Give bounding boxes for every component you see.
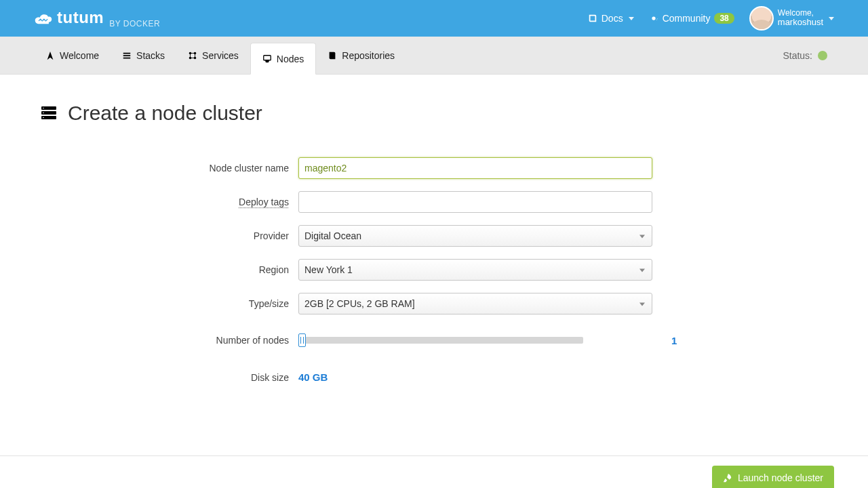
svg-point-9 (43, 113, 44, 114)
caret-down-icon (629, 17, 634, 20)
tab-repositories[interactable]: Repositories (316, 37, 406, 74)
stacks-icon (122, 51, 132, 60)
launch-button[interactable]: Launch node cluster (712, 466, 834, 489)
repo-icon (328, 51, 337, 60)
status-label: Status: (783, 50, 812, 61)
book-icon (588, 14, 597, 23)
svg-rect-4 (264, 55, 271, 60)
svg-point-8 (43, 108, 44, 109)
nodes-value: 1 (671, 335, 677, 346)
tab-label: Welcome (60, 50, 99, 61)
tab-label: Nodes (277, 54, 304, 64)
docs-menu[interactable]: Docs (588, 13, 634, 24)
region-value: New York 1 (304, 264, 353, 275)
tab-label: Stacks (136, 50, 165, 61)
tab-label: Repositories (342, 50, 395, 61)
top-bar: tutum BY DOCKER Docs Community 38 Welcom… (0, 0, 868, 37)
cloud-icon (34, 12, 53, 24)
main-tabs: Welcome Stacks Services Nodes Repositori… (0, 37, 868, 75)
user-menu[interactable]: Welcome, markoshust (749, 6, 834, 30)
tab-nodes[interactable]: Nodes (250, 43, 316, 75)
region-label: Region (163, 264, 298, 275)
rocket-icon (723, 473, 732, 483)
tab-services[interactable]: Services (176, 37, 250, 74)
name-label: Node cluster name (163, 163, 298, 174)
form: Node cluster name Deploy tags Provider D… (163, 157, 827, 384)
nodes-label: Number of nodes (163, 335, 298, 346)
provider-label: Provider (163, 230, 298, 241)
username: markoshust (778, 18, 823, 27)
content: Create a node cluster Node cluster name … (0, 75, 868, 455)
footer: Launch node cluster (0, 455, 868, 488)
slider-handle[interactable] (298, 333, 306, 347)
server-icon (41, 106, 57, 121)
compass-icon (45, 51, 55, 60)
deploy-tags-input[interactable] (298, 191, 652, 213)
docs-label: Docs (601, 13, 623, 24)
slider-track (298, 337, 583, 344)
services-icon (188, 51, 197, 60)
page-title: Create a node cluster (41, 102, 827, 125)
community-badge: 38 (714, 13, 734, 24)
tab-welcome[interactable]: Welcome (34, 37, 111, 74)
cluster-name-input[interactable] (298, 157, 652, 179)
provider-select[interactable]: Digital Ocean (298, 225, 652, 247)
status-area: Status: (783, 37, 827, 74)
brand-logo[interactable]: tutum BY DOCKER (34, 8, 160, 28)
type-value: 2GB [2 CPUs, 2 GB RAM] (304, 298, 415, 309)
svg-point-10 (43, 117, 44, 119)
nodes-icon (262, 54, 272, 64)
status-indicator (818, 51, 827, 60)
launch-label: Launch node cluster (738, 472, 823, 483)
type-select[interactable]: 2GB [2 CPUs, 2 GB RAM] (298, 293, 652, 314)
avatar (749, 6, 774, 30)
region-select[interactable]: New York 1 (298, 259, 652, 281)
provider-value: Digital Ocean (304, 230, 361, 241)
tab-stacks[interactable]: Stacks (111, 37, 176, 74)
tab-label: Services (202, 50, 239, 61)
tags-label: Deploy tags (163, 197, 298, 207)
disk-label: Disk size (163, 372, 298, 383)
type-label: Type/size (163, 298, 298, 309)
page-title-text: Create a node cluster (68, 102, 262, 125)
caret-down-icon (829, 17, 834, 20)
brand-name: tutum (57, 8, 104, 27)
brand-byline: BY DOCKER (109, 19, 160, 28)
gear-icon (649, 14, 658, 23)
disk-value: 40 GB (298, 371, 328, 383)
nodes-slider[interactable] (298, 333, 583, 347)
community-menu[interactable]: Community 38 (649, 13, 734, 24)
community-label: Community (663, 13, 711, 24)
